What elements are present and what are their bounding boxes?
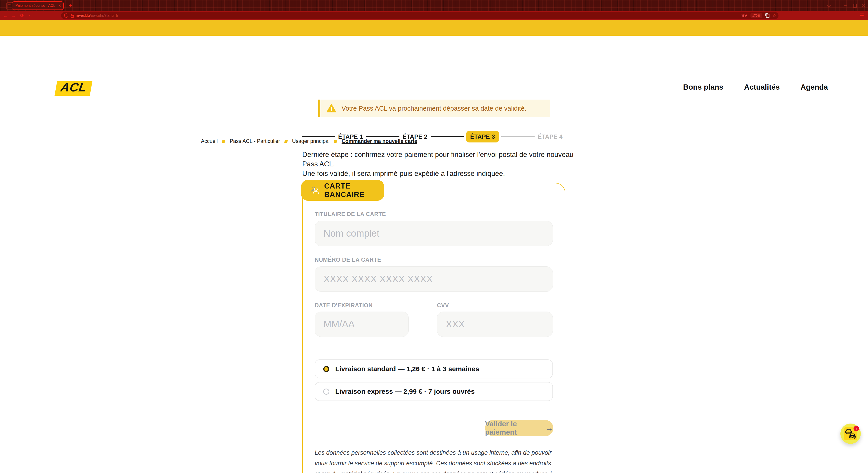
new-tab-button[interactable]: + <box>66 1 74 10</box>
step-4-label: ÉTAPE 4 <box>538 133 563 140</box>
payment-section-tab: CARTE BANCAIRE <box>301 180 384 201</box>
cvv-label: CVV <box>437 302 449 309</box>
home-icon[interactable]: ⌂ <box>27 11 33 20</box>
shipping-express-label: Livraison express — 2,99 € · 7 jours ouv… <box>335 387 475 395</box>
card-number-label: NUMÉRO DE LA CARTE <box>315 257 381 263</box>
maximize-button[interactable] <box>852 3 858 8</box>
radio-selected-icon <box>323 366 329 372</box>
payment-section-title: CARTE BANCAIRE <box>324 182 384 199</box>
assistance-topbar: ASSISTANCE 24/7 FR <box>0 20 868 36</box>
users-icon <box>310 185 320 195</box>
breadcrumb-link-accueil[interactable]: Accueil <box>201 138 218 144</box>
close-icon[interactable]: ✕ <box>58 4 61 8</box>
shipping-standard-label: Livraison standard — 1,26 € · 1 à 3 sema… <box>335 365 479 373</box>
cvv-input[interactable] <box>437 311 553 337</box>
brand-logo-text: ACL <box>60 80 88 94</box>
screen: Paiement sécurisé - ACL ✕ + ✕ ← → ⟳ ⌂ my… <box>0 0 868 473</box>
arrow-right-icon: → <box>545 423 553 433</box>
notification-badge: ! <box>854 426 859 431</box>
intro-line-1: Dernière étape : confirmez votre paiemen… <box>302 150 587 169</box>
breadcrumb-link-pass-acl[interactable]: Pass ACL - Particulier <box>230 138 280 144</box>
breadcrumb-bar: Accueil Pass ACL - Particulier Usager pr… <box>0 67 868 81</box>
step-3-active-badge: ÉTAPE 3 <box>466 131 499 142</box>
forward-icon[interactable]: → <box>10 11 17 20</box>
zoom-level-badge[interactable]: 170% <box>750 13 762 18</box>
back-icon[interactable]: ← <box>2 11 8 20</box>
breadcrumb-separator-icon <box>222 140 225 143</box>
alert-banner: Votre Pass ACL va prochainement dépasser… <box>318 100 550 117</box>
submit-payment-button[interactable]: Valider le paiement → <box>485 420 553 436</box>
url-host: myacl.lu <box>76 13 90 18</box>
radio-unselected-icon <box>323 388 329 395</box>
url-path: /pay.php?lang=fr <box>90 13 118 18</box>
step-line <box>366 136 399 137</box>
nav-link-actualites[interactable]: Actualités <box>744 83 780 92</box>
stepper: ÉTAPE 1 ÉTAPE 2 ÉTAPE 3 ÉTAPE 4 <box>302 132 566 141</box>
site-header: ACL Bons plans Actualités Agenda <box>0 36 868 67</box>
shield-icon <box>64 13 68 18</box>
step-line <box>302 136 335 137</box>
tab-title: Paiement sécurisé - ACL <box>16 4 56 8</box>
browser-toolbar: ← → ⟳ ⌂ myacl.lu/pay.php?lang=fr 文A 170%… <box>0 11 868 20</box>
step-line-inactive <box>501 136 535 137</box>
chevron-down-icon[interactable] <box>826 3 832 8</box>
step-2-label: ÉTAPE 2 <box>403 133 428 140</box>
expiry-label: DATE D'EXPIRATION <box>315 302 373 309</box>
card-number-input[interactable] <box>315 266 553 292</box>
breadcrumb-separator-icon <box>284 140 288 143</box>
translation-active-icon[interactable] <box>765 13 770 18</box>
step-line <box>431 136 464 137</box>
nav-link-bons-plans[interactable]: Bons plans <box>683 83 723 92</box>
browser-tab[interactable]: Paiement sécurisé - ACL ✕ <box>12 1 64 10</box>
privacy-note: Les données personnelles collectées sont… <box>315 447 555 473</box>
cars-icon: ! <box>844 427 857 440</box>
lock-icon <box>70 13 74 18</box>
shipping-option-express[interactable]: Livraison express — 2,99 € · 7 jours ouv… <box>315 382 553 401</box>
address-bar[interactable]: myacl.lu/pay.php?lang=fr 文A 170% ☆ <box>61 12 778 19</box>
shipping-option-standard[interactable]: Livraison standard — 1,26 € · 1 à 3 sema… <box>315 360 553 378</box>
card-holder-label: TITULAIRE DE LA CARTE <box>315 211 386 217</box>
url-text: myacl.lu/pay.php?lang=fr <box>76 13 118 18</box>
intro-text: Dernière étape : confirmez votre paiemen… <box>302 150 587 178</box>
bookmark-star-icon[interactable]: ☆ <box>773 13 776 18</box>
translate-icon[interactable]: 文A <box>741 13 747 18</box>
card-holder-input[interactable] <box>315 221 553 246</box>
menu-icon[interactable]: ☰ <box>857 11 866 20</box>
reload-icon[interactable]: ⟳ <box>19 11 25 20</box>
minimize-button[interactable] <box>842 3 848 8</box>
browser-tab-bar: Paiement sécurisé - ACL ✕ + ✕ <box>0 0 868 11</box>
submit-label: Valider le paiement <box>485 420 541 436</box>
traffic-info-button[interactable]: ! <box>840 424 861 444</box>
expiry-input[interactable] <box>315 311 409 337</box>
step-1-label: ÉTAPE 1 <box>338 133 363 140</box>
nav-link-agenda[interactable]: Agenda <box>801 83 828 92</box>
warning-icon <box>327 104 336 113</box>
intro-line-2: Une fois validé, il sera imprimé puis ex… <box>302 169 587 178</box>
close-window-button[interactable]: ✕ <box>860 3 867 8</box>
alert-message: Votre Pass ACL va prochainement dépasser… <box>342 105 526 112</box>
